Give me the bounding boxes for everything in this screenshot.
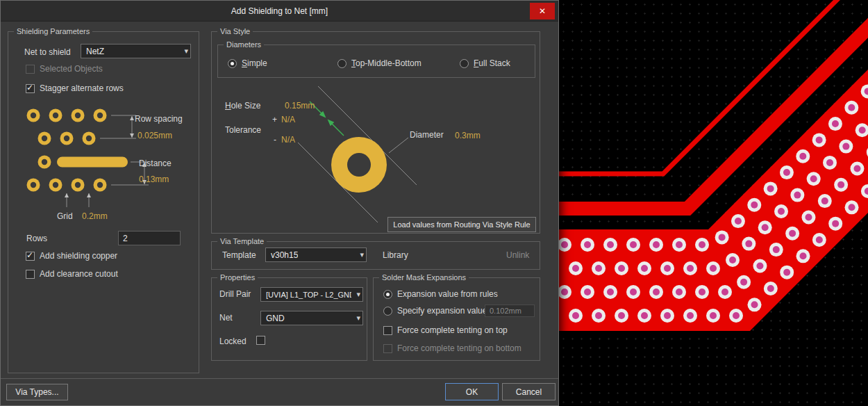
net-label: Net (219, 313, 233, 323)
via-types-button[interactable]: Via Types... (6, 384, 68, 400)
diameter-label: Diameter (410, 130, 444, 140)
group-label: Via Style (217, 26, 253, 36)
drill-pair-value: [UVIA] L1_TOP - L2_GND (266, 291, 351, 299)
titlebar[interactable]: Add Shielding to Net [mm] ✕ (1, 1, 558, 22)
group-diameters: Diameters Simple Top-Middle-Bottom Full … (217, 44, 535, 78)
distance-label: Distance (139, 159, 172, 168)
tenting-bottom-label: Force complete tenting on bottom (397, 343, 521, 353)
group-label: Diameters (224, 40, 264, 49)
stagger-alternate-rows-checkbox[interactable]: ✓ (26, 84, 35, 93)
group-properties: Properties Drill Pair [UVIA] L1_TOP - L2… (211, 277, 367, 361)
net-value: GND (266, 314, 285, 323)
rows-label: Rows (26, 234, 47, 243)
add-shielding-copper-checkbox[interactable]: ✓ (26, 252, 35, 261)
tolerance-label: Tolerance (225, 125, 261, 135)
drill-pair-dropdown[interactable]: [UVIA] L1_TOP - L2_GND ▾ (260, 287, 363, 302)
row-spacing-value: 0.025mm (137, 131, 172, 140)
locked-label: Locked (219, 336, 247, 346)
stagger-alternate-rows-label[interactable]: Stagger alternate rows (40, 83, 124, 93)
add-shielding-copper-label[interactable]: Add shielding copper (40, 251, 117, 261)
radio-full-stack-label[interactable]: Full Stack (474, 58, 510, 68)
group-label: Via Template (217, 236, 267, 246)
add-clearance-cutout-label[interactable]: Add clearance cutout (40, 269, 118, 279)
group-solder-mask-expansions: Solder Mask Expansions Expansion value f… (373, 277, 540, 361)
check-icon: ✓ (26, 250, 33, 260)
tolerance-plus-value: N/A (281, 115, 295, 124)
template-dropdown[interactable]: v30h15 ▾ (265, 247, 367, 262)
net-to-shield-dropdown[interactable]: NetZ ▾ (81, 44, 191, 58)
selected-objects-label: Selected Objects (40, 64, 103, 74)
chevron-down-icon: ▾ (184, 47, 188, 56)
net-to-shield-label: Net to shield (24, 47, 71, 57)
load-values-button[interactable]: Load values from Routing Via Style Rule (387, 217, 536, 232)
radio-simple[interactable] (228, 59, 237, 68)
unlink-link[interactable]: Unlink (506, 250, 529, 260)
diameter-value: 0.3mm (455, 131, 481, 140)
hole-size-value: 0.15mm (285, 101, 315, 111)
screen: Add Shielding to Net [mm] ✕ Shielding Pa… (0, 0, 868, 406)
chevron-down-icon: ▾ (356, 314, 360, 323)
tolerance-plus-sign: + (272, 115, 277, 124)
tolerance-minus-value: N/A (281, 135, 295, 145)
distance-value: 0.13mm (139, 174, 169, 184)
expansion-from-rules-label[interactable]: Expansion value from rules (397, 289, 498, 299)
radio-expansion-from-rules[interactable] (383, 290, 392, 299)
ok-button[interactable]: OK (445, 383, 499, 400)
group-via-template: Via Template Template v30h15 ▾ Library U… (211, 241, 540, 270)
net-dropdown[interactable]: GND ▾ (260, 311, 363, 325)
chevron-down-icon: ▾ (360, 250, 364, 259)
add-clearance-cutout-checkbox[interactable] (26, 270, 35, 279)
drill-pair-label: Drill Pair (219, 289, 251, 299)
expansion-value-input: 0.102mm (485, 304, 535, 317)
pcb-view (559, 0, 868, 406)
row-spacing-label: Row spacing (135, 114, 183, 124)
radio-top-middle-bottom-label[interactable]: Top-Middle-Bottom (351, 58, 422, 68)
locked-checkbox[interactable] (256, 336, 265, 345)
expansion-value: 0.102mm (490, 307, 521, 315)
via-hole-graphic (347, 153, 371, 177)
pcb-canvas[interactable] (559, 0, 868, 406)
tenting-top-checkbox[interactable] (383, 326, 392, 335)
selected-objects-checkbox (26, 65, 35, 74)
tenting-bottom-checkbox (383, 344, 392, 353)
tenting-top-label[interactable]: Force complete tenting on top (397, 325, 508, 335)
trace-bar-graphic (57, 157, 128, 168)
rows-input-value: 2 (123, 234, 128, 243)
add-shielding-dialog: Add Shielding to Net [mm] ✕ Shielding Pa… (0, 0, 559, 406)
group-label: Solder Mask Expansions (379, 273, 469, 282)
chevron-down-icon: ▾ (356, 290, 360, 299)
radio-full-stack[interactable] (460, 59, 469, 68)
net-to-shield-value: NetZ (86, 47, 104, 56)
grid-value: 0.2mm (82, 211, 108, 221)
tolerance-minus-sign: - (274, 135, 276, 145)
radio-top-middle-bottom[interactable] (337, 59, 347, 68)
specify-expansion-label[interactable]: Specify expansion value (397, 306, 487, 316)
template-label: Template (222, 250, 256, 260)
group-label: Properties (217, 273, 258, 282)
radio-specify-expansion[interactable] (383, 307, 392, 316)
close-icon: ✕ (539, 7, 546, 15)
group-via-style: Via Style Diameters Simple Top-Middle-Bo… (211, 31, 540, 234)
library-label: Library (383, 250, 408, 260)
group-shielding-parameters: Shielding Parameters Net to shield NetZ … (8, 31, 199, 373)
footer-divider (1, 378, 558, 379)
window-title: Add Shielding to Net [mm] (1, 6, 558, 16)
hole-size-label: Hole Size (225, 101, 260, 111)
cancel-button[interactable]: Cancel (502, 383, 556, 400)
radio-simple-label[interactable]: Simple (242, 58, 267, 68)
group-label: Shielding Parameters (14, 26, 92, 36)
check-icon: ✓ (26, 83, 33, 92)
close-button[interactable]: ✕ (530, 3, 555, 19)
rows-input[interactable]: 2 (118, 231, 181, 245)
template-value: v30h15 (271, 250, 298, 260)
grid-label: Grid (57, 211, 73, 221)
